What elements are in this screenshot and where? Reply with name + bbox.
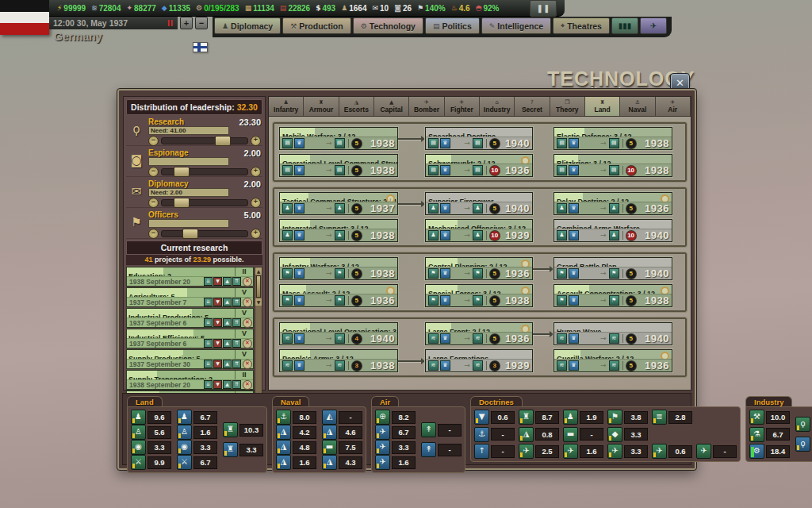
cancel-research-icon[interactable]: ✕ [243, 298, 252, 307]
move-up-button[interactable]: ▲ [223, 277, 232, 286]
tech-human-wave[interactable]: Human Wave≋♛→≋51940 [553, 322, 672, 345]
slider-track[interactable] [161, 199, 248, 206]
tech-mechanised-offensive-3-12[interactable]: Mechanised Offensive: 3 / 12♟♛→♟101939 [425, 219, 533, 242]
scroll-thumb[interactable] [256, 275, 261, 298]
speed-up-button[interactable]: + [180, 17, 193, 29]
tech-guerilla-warfare-2-12[interactable]: Guerilla Warfare: 2 / 12≋♛→≋51936 [553, 349, 672, 372]
tech-tab-secret[interactable]: ?Secret [515, 97, 550, 116]
tech-tactical-command-structure-2-12[interactable]: Tactical Command Structure: 2 / 12♟♛→♟51… [279, 192, 398, 215]
scroll-up-icon[interactable]: ▲ [255, 267, 262, 275]
cancel-research-icon[interactable]: ✕ [243, 339, 252, 348]
slider-plus-button[interactable]: + [251, 198, 261, 208]
tech-assault-concentration-3-12[interactable]: Assault Concentration: 3 / 12⚑♛→⚑51938 [553, 284, 672, 307]
slider-handle[interactable] [182, 229, 198, 239]
tech-delay-doctrine-2-12[interactable]: Delay Doctrine: 2 / 12♟♛→♟51936 [553, 192, 672, 215]
tech-tab-naval[interactable]: ⚓Naval [620, 97, 655, 116]
menu-button[interactable]: ❚❚ [530, 0, 557, 17]
move-down-button[interactable]: ▼ [213, 298, 222, 306]
tech-tab-land[interactable]: ♜Land [585, 97, 620, 116]
tech-mobile-warfare-3-12[interactable]: Mobile Warfare: 3 / 12▤♛→▤51938 [279, 127, 398, 150]
move-bottom-button[interactable]: ⇊ [204, 380, 213, 389]
slider-minus-button[interactable]: − [148, 229, 159, 239]
tech-grand-battle-plan[interactable]: Grand Battle Plan⚑♛→⚑51940 [553, 257, 672, 280]
slider-minus-button[interactable]: − [148, 136, 159, 146]
move-down-button[interactable]: ▼ [213, 380, 222, 389]
progress-tick [224, 431, 227, 436]
move-top-button[interactable]: ⇈ [232, 380, 241, 389]
tech-tab-capital[interactable]: ▲Capital [374, 97, 409, 116]
move-bottom-button[interactable]: ⇊ [204, 277, 213, 286]
airplane-button[interactable]: ✈ [640, 17, 667, 34]
tech-tab-armour[interactable]: ♜Armour [304, 97, 339, 116]
slider-plus-button[interactable]: + [251, 167, 261, 177]
tech-spearhead-doctrine[interactable]: Spearhead Doctrine▤♛→▤51940 [425, 127, 533, 150]
move-down-button[interactable]: ▼ [213, 318, 222, 327]
tech-schwerpunkt-2-12[interactable]: Schwerpunkt: 2 / 12▤♛→▤101936 [425, 154, 533, 177]
move-down-button[interactable]: ▼ [213, 360, 222, 368]
slider-plus-button[interactable]: + [251, 136, 261, 146]
country-flag-germany[interactable] [0, 0, 49, 35]
tab-politics[interactable]: ▤Politics [425, 17, 480, 34]
tech-operational-level-command-struc[interactable]: Operational Level Command Struc ...▤♛→▤5… [279, 154, 398, 177]
slider-track[interactable] [161, 168, 248, 175]
cancel-research-icon[interactable]: ✕ [243, 277, 252, 287]
tech-operational-level-organisation-3-12[interactable]: Operational Level Organisation: 3 / 12≋♛… [279, 322, 398, 345]
move-up-button[interactable]: ▲ [223, 360, 232, 368]
tech-tab-infantry[interactable]: ♟Infantry [269, 97, 304, 116]
move-up-button[interactable]: ▲ [223, 339, 232, 348]
slider-track[interactable] [161, 137, 248, 144]
slider-handle[interactable] [174, 167, 190, 177]
tech-tab-bomber[interactable]: ✈Bomber [409, 97, 444, 116]
tech-blitzkrieg-3-12[interactable]: Blitzkrieg: 3 / 12▤♛→▤101938 [553, 154, 672, 177]
move-bottom-button[interactable]: ⇊ [204, 318, 213, 327]
research-scrollbar[interactable]: ▲▼ [255, 267, 262, 410]
tech-combined-arms-warfare[interactable]: Combined Arms Warfare♟♛→♟101940 [553, 219, 672, 242]
tab-technology[interactable]: ⚙Technology [353, 17, 423, 34]
tech-large-front-2-12[interactable]: Large Front: 2 / 12≋♛→≋51936 [425, 322, 533, 345]
tech-special-forces-3-12[interactable]: Special Forces: 3 / 12⚑♛→⚑51938 [425, 284, 533, 307]
tab-production[interactable]: ⚒Production [282, 17, 351, 34]
scroll-down-icon[interactable]: ▼ [255, 298, 262, 306]
resource-value: 140% [425, 4, 446, 13]
move-top-button[interactable]: ⇈ [232, 318, 241, 327]
move-bottom-button[interactable]: ⇊ [204, 360, 213, 368]
tab-theatres[interactable]: ⌖Theatres [553, 17, 610, 34]
move-up-button[interactable]: ▲ [223, 380, 232, 389]
move-top-button[interactable]: ⇈ [232, 360, 241, 368]
tab-intelligence[interactable]: ✎Intelligence [481, 17, 551, 34]
tech-superior-firepower[interactable]: Superior Firepower♟♛→♟51940 [425, 192, 533, 215]
move-bottom-button[interactable]: ⇊ [204, 339, 213, 348]
cancel-research-icon[interactable]: ✕ [243, 380, 252, 390]
slider-minus-button[interactable]: − [148, 198, 159, 208]
tech-people-s-army-3-12[interactable]: People's Army: 3 / 12≋♛→≋31938 [279, 349, 398, 372]
tech-central-planning-2-12[interactable]: Central Planning: 2 / 12⚑♛→⚑51936 [425, 257, 533, 280]
move-bottom-button[interactable]: ⇊ [204, 298, 213, 306]
move-down-button[interactable]: ▼ [213, 277, 222, 286]
move-top-button[interactable]: ⇈ [232, 277, 241, 286]
tech-tab-industry[interactable]: ⌂Industry [480, 97, 515, 116]
tech-infantry-warfare-3-12[interactable]: Infantry Warfare: 3 / 12⚑♛→⚑51938 [279, 257, 398, 280]
slider-minus-button[interactable]: − [148, 167, 159, 177]
tech-large-formations[interactable]: Large Formations≋♛→≋31939 [425, 349, 533, 372]
speed-down-button[interactable]: − [195, 17, 208, 29]
tech-mass-assault-2-12[interactable]: Mass Assault: 2 / 12⚑♛→⚑51936 [279, 284, 398, 307]
move-down-button[interactable]: ▼ [213, 339, 222, 348]
tech-integrated-support-3-12[interactable]: Integrated Support: 3 / 12♟♛→♟51938 [279, 219, 398, 242]
tech-tab-theory[interactable]: ❒Theory [550, 97, 585, 116]
move-up-button[interactable]: ▲ [223, 318, 232, 327]
move-up-button[interactable]: ▲ [223, 298, 232, 306]
cancel-research-icon[interactable]: ✕ [243, 360, 252, 369]
slider-handle[interactable] [174, 198, 190, 208]
tech-tab-fighter[interactable]: ✈Fighter [445, 97, 480, 116]
move-top-button[interactable]: ⇈ [232, 298, 241, 306]
move-top-button[interactable]: ⇈ [232, 339, 241, 348]
tech-elastic-defence-3-12[interactable]: Elastic Defence: 3 / 12▤♛→▤51938 [553, 127, 672, 150]
slider-plus-button[interactable]: + [251, 229, 261, 239]
slider-handle[interactable] [215, 136, 231, 146]
tech-tab-escorts[interactable]: ◮Escorts [339, 97, 374, 116]
slider-track[interactable] [161, 230, 248, 237]
tech-tab-air[interactable]: ✈Air [656, 97, 691, 116]
statistics-button[interactable]: ▮▮▮ [611, 17, 638, 34]
tab-diplomacy[interactable]: ♟Diplomacy [214, 17, 281, 34]
cancel-research-icon[interactable]: ✕ [243, 318, 252, 328]
